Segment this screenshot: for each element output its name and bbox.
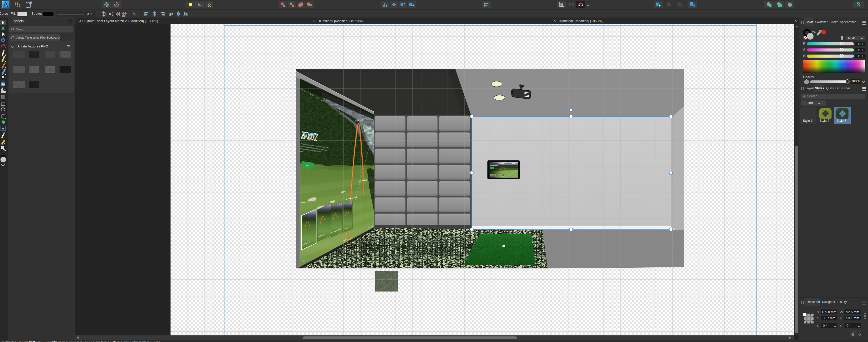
svg-text:A: A <box>2 126 4 131</box>
